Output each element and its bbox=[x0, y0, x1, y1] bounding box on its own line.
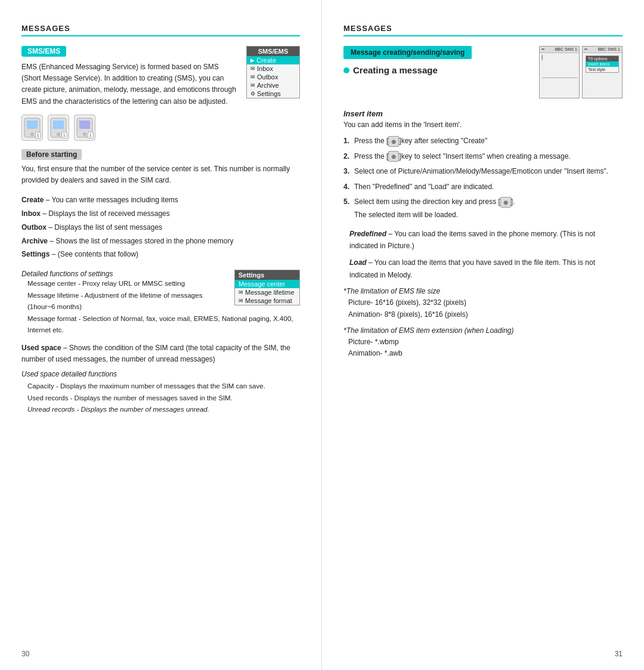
menu-item-inbox[interactable]: ✉ Inbox bbox=[247, 64, 299, 73]
creating-label: Creating a message bbox=[353, 65, 438, 75]
left-page: MESSAGES SMS/EMS ▶ Create ✉ Inbox ✉ Outb… bbox=[0, 0, 322, 670]
before-desc: You, first ensure that the number of the… bbox=[21, 163, 300, 186]
archive-icon: ✉ bbox=[250, 82, 255, 88]
phone-num-1: 1 bbox=[35, 132, 41, 138]
format-icon: ✉ bbox=[239, 298, 243, 304]
settings-section: Settings Message center ✉ Message lifeti… bbox=[21, 270, 300, 336]
used-space-details: Capacity - Displays the maximum number o… bbox=[27, 381, 300, 416]
settings-detail-2: Message format - Selection of Normal, fa… bbox=[27, 313, 300, 336]
predefined-note: Predefined – You can load the items save… bbox=[349, 228, 623, 252]
menu-item-archive[interactable]: ✉ Archive bbox=[247, 81, 299, 89]
sms-badge: SMS/EMS bbox=[21, 46, 66, 57]
step-3: 3. Select one of Picture/Animation/Melod… bbox=[343, 165, 623, 178]
feature-settings: Settings – (See contents that follow) bbox=[21, 248, 300, 261]
feature-create: Create – You can write messages includin… bbox=[21, 193, 300, 207]
svg-point-5 bbox=[57, 132, 60, 136]
used-space-label: Used space bbox=[21, 344, 61, 352]
screen1-header: ✏ BBC SMS 1 bbox=[540, 47, 579, 53]
settings-item-lifetime[interactable]: ✉ Message lifetime bbox=[235, 288, 299, 297]
step-4: 4. Then "Predefined" and "Load" are indi… bbox=[343, 181, 623, 194]
used-space-section: Used space – Shows the condition of the … bbox=[21, 342, 300, 365]
phone-images-row: 1 1 1 bbox=[21, 115, 300, 141]
feature-inbox: Inbox – Displays the list of received me… bbox=[21, 207, 300, 221]
inbox-icon: ✉ bbox=[250, 66, 255, 72]
screen2-menu-textstyle: Text style bbox=[586, 67, 618, 72]
svg-rect-7 bbox=[79, 121, 90, 129]
phone-screenshots: ✏ BBC SMS 1 | ✏ BBC SMS 1 T9 o bbox=[539, 46, 623, 98]
settings-item-format[interactable]: ✉ Message format bbox=[235, 297, 299, 305]
svg-point-2 bbox=[30, 132, 34, 136]
outbox-icon: ✉ bbox=[250, 74, 255, 80]
lim1-title: *The limitation of EMS file size bbox=[343, 286, 623, 297]
lifetime-icon: ✉ bbox=[239, 289, 243, 295]
menu-item-create[interactable]: ▶ Create bbox=[247, 56, 299, 64]
used-detail-1: Used records - Displays the number of me… bbox=[27, 393, 300, 405]
steps-list: 1. Press the [⊕]key after selecting "Cre… bbox=[343, 135, 623, 222]
settings-box: Settings Message center ✉ Message lifeti… bbox=[234, 270, 300, 305]
feature-list: Create – You can write messages includin… bbox=[21, 193, 300, 261]
screen2-menu-insert: Insert items bbox=[586, 61, 618, 67]
menu-item-settings[interactable]: ⚙ Settings bbox=[247, 89, 299, 98]
feature-outbox: Outbox – Displays the list of sent messa… bbox=[21, 221, 300, 234]
phone-num-2: 1 bbox=[61, 132, 67, 138]
lim2-item-1: Animation- *.awb bbox=[348, 348, 623, 359]
lim1-item-1: Animation- 8*8 (pixels), 16*16 (pixels) bbox=[348, 309, 623, 320]
lim2-title: *The limitation of EMS item extension (w… bbox=[343, 325, 623, 336]
svg-point-8 bbox=[83, 132, 86, 136]
left-section-title: MESSAGES bbox=[21, 24, 300, 36]
right-section-title: MESSAGES bbox=[343, 24, 623, 36]
phone-img-1: 1 bbox=[21, 115, 43, 141]
sms-menu-title: SMS/EMS bbox=[247, 47, 299, 56]
right-page-num: 31 bbox=[615, 650, 623, 658]
bullet-dot bbox=[343, 67, 349, 73]
used-detail-0: Capacity - Displays the maximum number o… bbox=[27, 381, 300, 393]
menu-item-outbox[interactable]: ✉ Outbox bbox=[247, 73, 299, 81]
left-page-num: 30 bbox=[21, 650, 29, 658]
settings-icon: ⚙ bbox=[250, 91, 255, 97]
create-icon: ▶ bbox=[250, 57, 255, 63]
phone-num-3: 1 bbox=[88, 132, 94, 138]
lim1-block: *The limitation of EMS file size Picture… bbox=[343, 286, 623, 320]
step-5: 5. Select item using the direction key a… bbox=[343, 196, 623, 221]
key-icon-2: ⊕ bbox=[388, 151, 399, 162]
lim2-item-0: Picture- *.wbmp bbox=[348, 336, 623, 348]
svg-rect-1 bbox=[27, 121, 38, 129]
lim2-block: *The limitation of EMS item extension (w… bbox=[343, 325, 623, 360]
phone-img-2: 1 bbox=[48, 115, 69, 141]
screen2-header: ✏ BBC SMS 1 bbox=[583, 47, 622, 53]
used-detail-2: Unread records - Displays the number of … bbox=[27, 404, 300, 416]
used-space-detailed-label: Used space detailed functions bbox=[21, 370, 300, 378]
settings-item-center[interactable]: Message center bbox=[235, 280, 299, 288]
phone-screen-1: ✏ BBC SMS 1 | bbox=[539, 46, 580, 98]
right-page: MESSAGES Message creating/sending/saving… bbox=[322, 0, 644, 670]
insert-item-title: Insert item bbox=[343, 109, 623, 118]
tab-header: Message creating/sending/saving bbox=[343, 46, 472, 59]
feature-archive: Archive – Shows the list of messages sto… bbox=[21, 234, 300, 248]
lim1-item-0: Picture- 16*16 (pixels), 32*32 (pixels) bbox=[348, 297, 623, 308]
sms-section: SMS/EMS ▶ Create ✉ Inbox ✉ Outbox ✉ Arch… bbox=[21, 46, 300, 115]
svg-rect-4 bbox=[53, 121, 64, 129]
sms-menu-box: SMS/EMS ▶ Create ✉ Inbox ✉ Outbox ✉ Arch… bbox=[246, 46, 300, 98]
step-2: 2. Press the [⊕]key to select "Insert it… bbox=[343, 150, 623, 163]
key-icon-1: ⊕ bbox=[388, 136, 399, 147]
insert-desc: You can add items in the 'Insert item'. bbox=[343, 121, 623, 129]
load-note: Load – You can load the items that you h… bbox=[349, 257, 623, 281]
before-starting-label: Before starting bbox=[21, 149, 82, 160]
screen2-menu: T9 options Insert items Text style bbox=[586, 55, 619, 73]
creating-header: Creating a message bbox=[343, 65, 472, 75]
phone-img-3: 1 bbox=[74, 115, 95, 141]
settings-menu-title: Settings bbox=[235, 270, 299, 280]
key-icon-5: ⊕ bbox=[500, 197, 511, 208]
page: MESSAGES SMS/EMS ▶ Create ✉ Inbox ✉ Outb… bbox=[0, 0, 644, 670]
step-1: 1. Press the [⊕]key after selecting "Cre… bbox=[343, 135, 623, 148]
phone-screen-2: ✏ BBC SMS 1 T9 options Insert items Text… bbox=[582, 46, 623, 98]
